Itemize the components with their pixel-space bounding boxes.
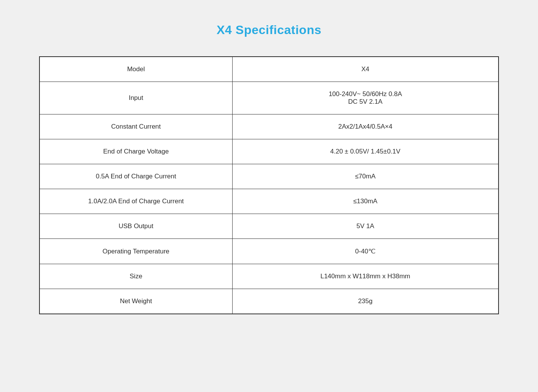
table-row: ModelX4 (39, 57, 499, 82)
spec-label: USB Output (39, 214, 232, 239)
page-container: X4 Specifications ModelX4Input100-240V~ … (39, 23, 499, 314)
spec-label: Net Weight (39, 289, 232, 314)
spec-value: 4.20 ± 0.05V/ 1.45±0.1V (232, 139, 499, 164)
spec-value: ≤130mA (232, 189, 499, 214)
specs-table: ModelX4Input100-240V~ 50/60Hz 0.8ADC 5V … (39, 56, 499, 314)
table-row: Constant Current2Ax2/1Ax4/0.5A×4 (39, 114, 499, 139)
table-row: USB Output5V 1A (39, 214, 499, 239)
spec-label: End of Charge Voltage (39, 139, 232, 164)
table-row: End of Charge Voltage4.20 ± 0.05V/ 1.45±… (39, 139, 499, 164)
spec-value: 0-40℃ (232, 239, 499, 264)
page-title: X4 Specifications (39, 23, 499, 37)
spec-value: 5V 1A (232, 214, 499, 239)
spec-value: 2Ax2/1Ax4/0.5A×4 (232, 114, 499, 139)
spec-value: 235g (232, 289, 499, 314)
spec-label: Constant Current (39, 114, 232, 139)
spec-label: Operating Temperature (39, 239, 232, 264)
spec-value: L140mm x W118mm x H38mm (232, 264, 499, 289)
spec-label: Model (39, 57, 232, 82)
spec-label: 1.0A/2.0A End of Charge Current (39, 189, 232, 214)
spec-value: X4 (232, 57, 499, 82)
table-row: 1.0A/2.0A End of Charge Current≤130mA (39, 189, 499, 214)
table-row: Input100-240V~ 50/60Hz 0.8ADC 5V 2.1A (39, 82, 499, 114)
spec-label: 0.5A End of Charge Current (39, 164, 232, 189)
table-row: 0.5A End of Charge Current≤70mA (39, 164, 499, 189)
table-row: Net Weight235g (39, 289, 499, 314)
spec-value: ≤70mA (232, 164, 499, 189)
table-row: SizeL140mm x W118mm x H38mm (39, 264, 499, 289)
spec-label: Size (39, 264, 232, 289)
table-row: Operating Temperature0-40℃ (39, 239, 499, 264)
spec-value: 100-240V~ 50/60Hz 0.8ADC 5V 2.1A (232, 82, 499, 114)
spec-label: Input (39, 82, 232, 114)
